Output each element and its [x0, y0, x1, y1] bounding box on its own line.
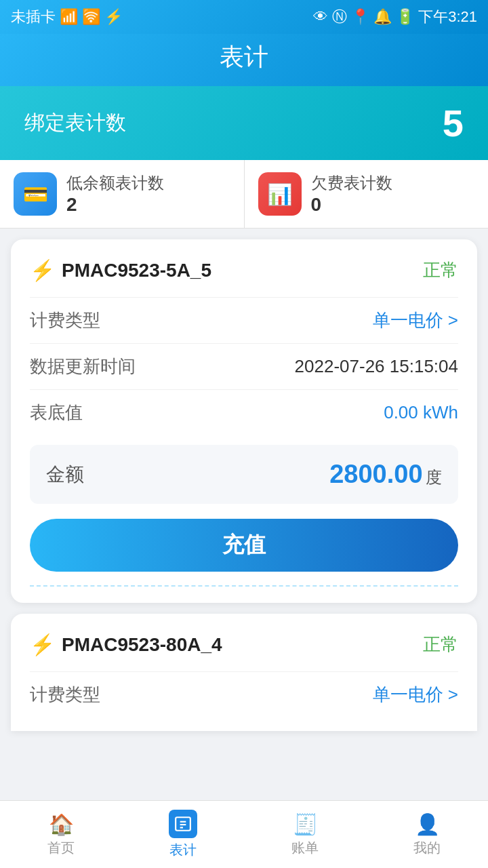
overdue-stat[interactable]: 📊 欠费表计数 0 — [245, 160, 489, 228]
time-text: 下午3:21 — [418, 7, 477, 27]
no-sim-text: 未插卡 — [11, 7, 56, 27]
bill-icon: 🧾 — [293, 812, 318, 836]
card-divider-0 — [30, 585, 458, 587]
meter-card-0: ⚡ PMAC9523-5A_5 正常 计费类型 单一电价 > 数据更新时间 20… — [11, 239, 477, 603]
status-bar: 未插卡 📶 🛜 ⚡ 👁 Ⓝ 📍 🔔 🔋 下午3:21 — [0, 0, 488, 34]
low-balance-stat[interactable]: 💳 低余额表计数 2 — [0, 160, 245, 228]
status-left: 未插卡 📶 🛜 ⚡ — [11, 7, 123, 27]
overdue-icon: 📊 — [258, 172, 302, 216]
binding-label: 绑定表计数 — [24, 109, 126, 137]
nav-item-profile[interactable]: 👤 我的 — [366, 812, 488, 857]
bottom-navigation: 🏠 首页 表计 🧾 账单 👤 我的 — [0, 800, 488, 868]
billing-type-value-0[interactable]: 单一电价 > — [373, 309, 458, 332]
update-time-value-0: 2022-07-26 15:15:04 — [295, 356, 458, 377]
nav-item-home[interactable]: 🏠 首页 — [0, 812, 122, 857]
nav-label-bill: 账单 — [291, 839, 319, 857]
eye-icon: 👁 — [313, 8, 328, 26]
meter-value-label-0: 表底值 — [30, 401, 83, 425]
overdue-text: 欠费表计数 0 — [311, 172, 392, 216]
low-balance-text: 低余额表计数 2 — [66, 172, 164, 216]
meter-value-value-0: 0.00 kWh — [384, 402, 458, 423]
profile-icon: 👤 — [415, 812, 440, 836]
usb-icon: ⚡ — [104, 8, 123, 26]
meter-id-1: PMAC9523-80A_4 — [62, 634, 222, 656]
update-time-label-0: 数据更新时间 — [30, 355, 136, 378]
nav-label-home: 首页 — [47, 839, 75, 857]
card-header-1: ⚡ PMAC9523-80A_4 正常 — [30, 633, 458, 656]
nav-item-meter[interactable]: 表计 — [122, 810, 244, 859]
card-id-1: ⚡ PMAC9523-80A_4 — [30, 633, 222, 656]
nav-item-bill[interactable]: 🧾 账单 — [244, 812, 366, 857]
amount-number-0: 2800.00 — [329, 460, 422, 488]
amount-unit-label-0: 度 — [426, 468, 442, 486]
sub-stats-row: 💳 低余额表计数 2 📊 欠费表计数 0 — [0, 160, 488, 229]
meter-nav-icon — [169, 810, 197, 838]
battery-icon: 🔋 — [396, 8, 414, 26]
recharge-button-0[interactable]: 充值 — [30, 519, 458, 572]
status-right: 👁 Ⓝ 📍 🔔 🔋 下午3:21 — [313, 7, 477, 27]
nav-label-profile: 我的 — [413, 839, 441, 857]
overdue-label: 欠费表计数 — [311, 172, 392, 194]
update-time-row-0: 数据更新时间 2022-07-26 15:15:04 — [30, 343, 458, 389]
billing-type-row-1[interactable]: 计费类型 单一电价 > — [30, 671, 458, 717]
meter-status-0: 正常 — [423, 258, 458, 282]
meter-id-0: PMAC9523-5A_5 — [62, 260, 211, 281]
nav-label-meter: 表计 — [169, 841, 197, 859]
lightning-icon-0: ⚡ — [30, 258, 55, 282]
page-title: 表计 — [220, 43, 268, 71]
card-id-0: ⚡ PMAC9523-5A_5 — [30, 258, 211, 282]
low-balance-value: 2 — [66, 194, 164, 216]
card-header-0: ⚡ PMAC9523-5A_5 正常 — [30, 258, 458, 282]
page-header: 表计 — [0, 34, 488, 86]
amount-value-0: 2800.00 度 — [329, 460, 442, 489]
meter-value-row-0: 表底值 0.00 kWh — [30, 389, 458, 435]
lightning-icon-1: ⚡ — [30, 633, 55, 656]
low-balance-icon: 💳 — [14, 172, 57, 216]
meter-status-1: 正常 — [423, 633, 458, 656]
amount-box-0: 金额 2800.00 度 — [30, 445, 458, 504]
billing-type-label-1: 计费类型 — [30, 683, 100, 707]
home-icon: 🏠 — [49, 812, 74, 836]
meter-card-1: ⚡ PMAC9523-80A_4 正常 计费类型 单一电价 > — [11, 614, 477, 731]
location-icon: 📍 — [351, 8, 369, 26]
bell-icon: 🔔 — [373, 8, 392, 26]
cards-area: ⚡ PMAC9523-5A_5 正常 计费类型 单一电价 > 数据更新时间 20… — [0, 229, 488, 731]
low-balance-label: 低余额表计数 — [66, 172, 164, 194]
binding-banner: 绑定表计数 5 — [0, 86, 488, 160]
wifi-icon: 🛜 — [82, 8, 100, 26]
amount-label-0: 金额 — [46, 462, 84, 488]
billing-type-row-0[interactable]: 计费类型 单一电价 > — [30, 297, 458, 343]
binding-count: 5 — [443, 101, 464, 145]
overdue-value: 0 — [311, 194, 392, 216]
signal-icon: 📶 — [60, 8, 78, 26]
billing-type-value-1[interactable]: 单一电价 > — [373, 683, 458, 707]
billing-type-label-0: 计费类型 — [30, 309, 100, 332]
nfc-icon: Ⓝ — [332, 7, 347, 27]
